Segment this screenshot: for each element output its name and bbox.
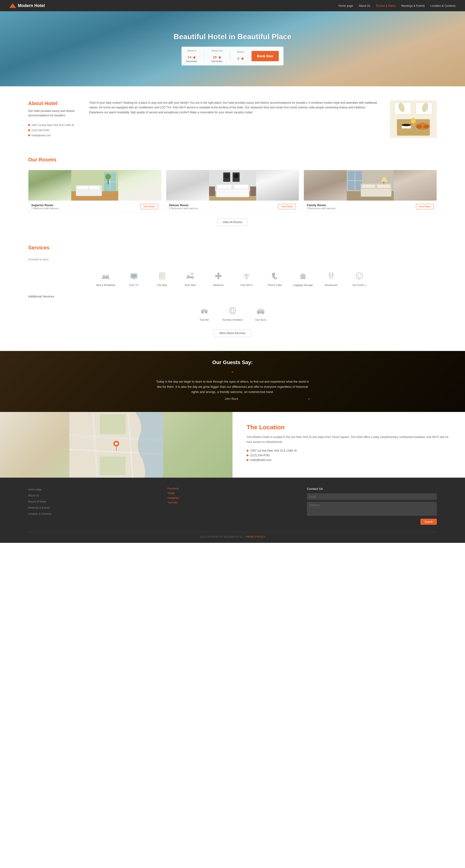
location-email: hotel@hotel.com xyxy=(246,458,451,462)
footer-submit-button[interactable]: Submit xyxy=(420,519,437,525)
footer-social-links: Facebook Twitter Instagram YouTube xyxy=(168,487,297,504)
footer-facebook[interactable]: Facebook xyxy=(168,487,297,490)
checkout-label: Check-Out xyxy=(211,50,223,52)
touristic-icon xyxy=(221,306,244,316)
view-all-rooms-button[interactable]: View All Rooms xyxy=(218,218,247,226)
rooms-section: Our Rooms xyxy=(0,152,465,238)
testimonial-content: Our Guests Say: " Today is the day we be… xyxy=(150,355,315,408)
svg-point-96 xyxy=(258,313,259,314)
about-full-desc: Tired of your daily routine? Seeking for… xyxy=(89,100,380,115)
phone-dot xyxy=(28,129,30,131)
view-rates-btn-2[interactable]: View Rates xyxy=(278,204,296,209)
quote-close: " xyxy=(308,397,310,404)
more-about-services-button[interactable]: More About Services xyxy=(214,329,252,337)
svg-point-67 xyxy=(191,273,193,275)
svg-rect-58 xyxy=(133,278,135,279)
about-title: About Hotel xyxy=(28,100,80,106)
loc-phone-dot xyxy=(246,455,249,456)
service-label-kids-bed: Kids' Bed xyxy=(178,284,202,286)
about-phone: (212) 534-9783 xyxy=(28,128,80,133)
svg-rect-94 xyxy=(260,312,261,313)
location-desc: This Modern Hotel is located in the Ave … xyxy=(246,435,451,444)
service-phone: Phone Calls xyxy=(261,268,289,290)
footer-instagram[interactable]: Instagram xyxy=(168,496,297,499)
nav-about[interactable]: About Us xyxy=(359,4,370,7)
rooms-label: Rooms xyxy=(237,51,244,53)
hero-section: Beautiful Hotel in Beautiful Place Check… xyxy=(0,11,465,86)
svg-rect-55 xyxy=(109,278,110,279)
logo-text: Modern Hotel xyxy=(18,3,45,8)
wifi-icon xyxy=(235,272,258,282)
footer-comment-input[interactable] xyxy=(307,502,437,516)
room-info-3: Family Room 3 Bedrooms with balcony View… xyxy=(304,200,437,213)
nav-meetings[interactable]: Meetings & Events xyxy=(401,4,425,7)
room-text-3: Family Room 3 Bedrooms with balcony xyxy=(307,204,336,210)
testimonial-author: John Black xyxy=(155,397,310,400)
service-smile: Our Smile :) xyxy=(345,268,373,290)
room-detail-1: 1 Bedroom with balcony xyxy=(31,207,59,210)
about-middle: Tired of your daily routine? Seeking for… xyxy=(89,100,380,138)
service-label-bed-breakfast: Bed & Breakfast xyxy=(94,284,117,286)
room-info-1: Superior Room 1 Bedroom with balcony Vie… xyxy=(28,200,161,213)
services-included-grid: Bed & Breakfast Free TV City Map Kids' B… xyxy=(28,268,437,290)
view-rates-btn-1[interactable]: View Rates xyxy=(140,204,158,209)
services-section: Services Included in price Bed & Breakfa… xyxy=(0,238,465,351)
svg-rect-49 xyxy=(362,185,375,188)
privacy-policy-link[interactable]: PRIVACY POLICY xyxy=(246,535,265,538)
service-label-smile: Our Smile :) xyxy=(348,284,371,286)
about-section: About Hotel Our hotel provides luxury an… xyxy=(0,86,465,152)
svg-point-10 xyxy=(402,124,411,126)
footer-social-col: Facebook Twitter Instagram YouTube xyxy=(168,487,297,525)
service-label-transfer: Transfer xyxy=(193,318,216,321)
logo[interactable]: Modern Hotel xyxy=(9,3,45,8)
svg-rect-36 xyxy=(217,185,231,189)
checkin-month: December xyxy=(186,60,197,63)
transfer-icon xyxy=(193,306,216,316)
footer-email-input[interactable] xyxy=(307,493,437,500)
svg-rect-75 xyxy=(301,278,302,279)
service-label-city-map: City Map xyxy=(150,284,174,286)
service-luggage: Luggage Storage xyxy=(289,268,317,290)
footer-rooms[interactable]: Rooms & Rates xyxy=(28,500,46,503)
svg-rect-39 xyxy=(250,186,256,196)
nav-location[interactable]: Location & Contacts xyxy=(431,4,456,7)
nav-home[interactable]: Home page xyxy=(339,4,353,7)
view-rates-btn-3[interactable]: View Rates xyxy=(416,204,434,209)
footer-twitter[interactable]: Twitter xyxy=(168,492,297,495)
checkout-month: December xyxy=(211,60,223,63)
luggage-icon xyxy=(291,272,315,282)
svg-rect-52 xyxy=(103,275,105,277)
services-title: Services xyxy=(28,245,437,251)
book-now-button[interactable]: Book Now xyxy=(252,51,279,61)
footer-grid: Home page About Us Rooms & Rates Meeting… xyxy=(28,487,437,525)
nav-rooms[interactable]: Rooms & Rates xyxy=(376,4,396,7)
checkin-field: Check-In 14 ◆ December xyxy=(186,50,197,63)
footer-contact-col: Contact Us Submit xyxy=(307,487,437,525)
svg-rect-95 xyxy=(262,312,263,313)
service-bed-breakfast: Bed & Breakfast xyxy=(92,268,120,290)
logo-icon xyxy=(9,3,16,8)
svg-rect-92 xyxy=(258,309,263,311)
svg-rect-26 xyxy=(89,186,99,189)
svg-point-97 xyxy=(262,313,263,314)
about-left: About Hotel Our hotel provides luxury an… xyxy=(28,100,80,138)
svg-rect-66 xyxy=(193,278,194,279)
room-name-3: Family Room xyxy=(307,204,336,207)
svg-point-30 xyxy=(225,175,228,177)
divider2 xyxy=(230,51,230,61)
service-city-map: City Map xyxy=(148,268,176,290)
svg-point-21 xyxy=(105,174,111,180)
free-tv-icon xyxy=(122,272,146,282)
footer-location[interactable]: Location & Contacts xyxy=(28,513,51,515)
footer-meetings[interactable]: Meetings & Events xyxy=(28,506,50,509)
svg-point-110 xyxy=(115,442,118,445)
svg-point-84 xyxy=(202,312,203,313)
footer-home[interactable]: Home page xyxy=(28,488,41,491)
location-title: The Location xyxy=(246,424,451,431)
svg-rect-25 xyxy=(77,186,88,189)
footer-about[interactable]: About Us xyxy=(28,494,39,497)
footer-youtube[interactable]: YouTube xyxy=(168,501,297,504)
room-name-2: Deluxe Room xyxy=(169,204,198,207)
svg-point-13 xyxy=(424,125,429,129)
location-contacts: 2287 1st Ave New York St & 118th St (212… xyxy=(246,449,451,462)
